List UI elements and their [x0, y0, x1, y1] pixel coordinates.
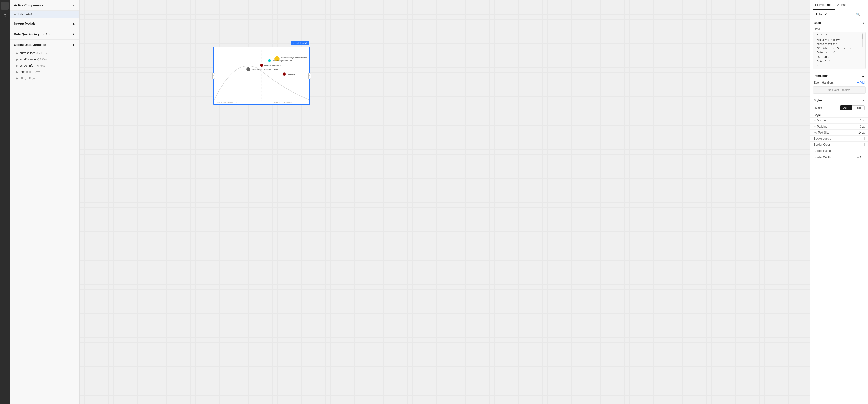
search-icon[interactable]: 🔍	[856, 13, 860, 16]
component-icon: ↩	[14, 13, 17, 16]
no-handlers-box: No Event Handlers	[813, 86, 866, 94]
style-row-padding: ⤢ Padding 3px	[810, 123, 868, 129]
more-icon[interactable]: ⋯	[862, 13, 865, 16]
border-color-label: Border Color	[814, 143, 830, 146]
margin-icon: ⤢	[814, 119, 816, 122]
svg-point-11	[283, 72, 286, 76]
hillchart-widget[interactable]: ⠿ hillcharts1 ⋮ ⋮ FIGURING THINGS OUT MA…	[213, 47, 310, 105]
background-value[interactable]	[861, 137, 865, 140]
data-section-label: Data	[810, 27, 868, 32]
padding-value[interactable]: 3px	[860, 125, 865, 128]
event-handlers-label: Event Handlers	[814, 81, 834, 84]
right-panel-title: hillcharts1	[814, 12, 828, 16]
data-queries-section: Data Queries in your App ▲	[10, 29, 79, 39]
border-width-icon: ⌐	[857, 155, 859, 159]
right-panel-tabs: ⊟ Properties ↗ Insert	[810, 0, 868, 10]
data-queries-chevron: ▲	[72, 32, 75, 36]
icon-bar: ⊞ ⚙	[0, 0, 10, 404]
border-radius-value[interactable]: ⌐	[863, 149, 865, 153]
right-panel: ⊟ Properties ↗ Insert hillcharts1 🔍 ⋯ Ba…	[810, 0, 868, 404]
settings-icon[interactable]: ⚙	[1, 11, 9, 19]
var-theme[interactable]: ▶ theme {} 3 Keys	[10, 69, 79, 75]
margin-label: ⤢ Margin	[814, 119, 826, 122]
interaction-chevron: ▲	[862, 74, 865, 77]
var-currentUser[interactable]: ▶ currentUser {} 7 Keys	[10, 50, 79, 56]
styles-chevron: ▲	[862, 99, 865, 102]
basic-section: Basic ▲ Data "id": 1, "color": "gray", "…	[810, 19, 868, 72]
svg-text:FIGURING THINGS OUT: FIGURING THINGS OUT	[217, 101, 238, 104]
height-buttons: Auto Fixed	[840, 105, 865, 110]
interaction-header[interactable]: Interaction ▲	[810, 72, 868, 80]
background-label: Background ...	[814, 137, 832, 140]
hillcharts1-item[interactable]: ↩ hillcharts1	[10, 10, 79, 18]
basic-chevron: ▲	[862, 22, 865, 24]
grid-icon[interactable]: ⊞	[1, 2, 9, 10]
active-components-header[interactable]: Active Components ▲	[10, 0, 79, 10]
add-event-handler-button[interactable]: + Add	[857, 81, 865, 84]
var-url[interactable]: ▶ url {} 3 Keys	[10, 75, 79, 81]
in-app-modals-section: in-App Modals ▲	[10, 18, 79, 29]
component-label: hillcharts1	[18, 12, 33, 16]
resize-handle-left[interactable]: ⋮	[212, 73, 215, 79]
svg-text:Renewals: Renewals	[287, 73, 295, 75]
margin-value[interactable]: 3px	[860, 119, 865, 122]
tab-insert[interactable]: ↗ Insert	[835, 0, 850, 10]
height-row: Height Auto Fixed	[810, 104, 868, 112]
canvas[interactable]: ⠿ hillcharts1 ⋮ ⋮ FIGURING THINGS OUT MA…	[80, 0, 810, 404]
hillchart-svg: FIGURING THINGS OUT MAKING IT HAPPEN Mig…	[214, 48, 309, 104]
border-width-label: Border Width	[814, 156, 831, 159]
hillchart-widget-label: ⠿ hillcharts1	[293, 42, 307, 45]
properties-tab-label: Properties	[819, 3, 833, 6]
svg-text:Refactor: Lighthouse Orbs: Refactor: Lighthouse Orbs	[272, 60, 292, 62]
var-arrow: ▶	[17, 64, 18, 67]
style-label: Style	[810, 112, 868, 117]
padding-label: ⤢ Padding	[814, 125, 828, 128]
styles-header[interactable]: Styles ▲	[810, 96, 868, 104]
data-field: "id": 1, "color": "gray", "description":…	[813, 32, 866, 69]
basic-label: Basic	[814, 21, 822, 25]
hillchart-label-bar: ⠿ hillcharts1	[291, 41, 309, 45]
border-color-value[interactable]	[861, 143, 865, 146]
insert-tab-label: Insert	[840, 3, 848, 6]
right-panel-header: hillcharts1 🔍 ⋯	[810, 10, 868, 19]
resize-handle-right[interactable]: ⋮	[308, 73, 311, 79]
padding-icon: ⤢	[814, 125, 816, 128]
border-radius-label: Border Radius	[814, 149, 832, 153]
var-screenInfo[interactable]: ▶ screenInfo {} 6 Keys	[10, 62, 79, 69]
data-content: "id": 1, "color": "gray", "description":…	[816, 34, 853, 67]
border-width-value[interactable]: ⌐ 0px	[857, 155, 865, 159]
styles-section: Styles ▲ Height Auto Fixed Style ⤢ Margi…	[810, 96, 868, 161]
right-panel-icons: 🔍 ⋯	[856, 13, 865, 16]
svg-text:Migration & Legacy Data Update: Migration & Legacy Data Updates	[281, 56, 307, 59]
data-queries-header[interactable]: Data Queries in your App ▲	[10, 29, 79, 39]
text-size-icon: ↑A	[814, 131, 817, 134]
style-row-border-color: Border Color	[810, 142, 868, 148]
basic-section-header[interactable]: Basic ▲	[810, 19, 868, 27]
svg-point-7	[260, 64, 263, 67]
svg-text:MAKING IT HAPPEN: MAKING IT HAPPEN	[274, 101, 292, 104]
global-data-header[interactable]: Global Data Variables ▲	[10, 39, 79, 50]
in-app-modals-header[interactable]: in-App Modals ▲	[10, 18, 79, 29]
global-data-section: Global Data Variables ▲ ▶ currentUser {}…	[10, 39, 79, 82]
properties-tab-icon: ⊟	[815, 3, 818, 6]
var-localStorage[interactable]: ▶ localStorage {} 1 Key	[10, 56, 79, 62]
left-panel: Active Components ▲ ↩ hillcharts1 in-App…	[10, 0, 80, 404]
style-row-text-size: ↑A Text Size 14px	[810, 129, 868, 135]
svg-point-5	[268, 59, 271, 62]
text-size-value[interactable]: 14px	[858, 131, 865, 134]
in-app-modals-chevron: ▲	[72, 22, 75, 25]
height-label: Height	[814, 106, 822, 110]
interaction-label: Interaction	[814, 74, 829, 77]
height-fixed-button[interactable]: Fixed	[852, 105, 865, 110]
interaction-section: Interaction ▲ Event Handlers + Add No Ev…	[810, 72, 868, 96]
tab-properties[interactable]: ⊟ Properties	[813, 0, 835, 10]
var-arrow: ▶	[17, 77, 18, 80]
background-swatch	[861, 137, 865, 140]
var-arrow: ▶	[17, 71, 18, 73]
svg-text:Refactor: Fancy Pants: Refactor: Fancy Pants	[264, 64, 282, 66]
style-row-background: Background ...	[810, 135, 868, 142]
style-row-border-width: Border Width ⌐ 0px	[810, 154, 868, 160]
var-arrow: ▶	[17, 58, 18, 61]
text-size-label: ↑A Text Size	[814, 131, 830, 134]
height-auto-button[interactable]: Auto	[840, 105, 852, 110]
